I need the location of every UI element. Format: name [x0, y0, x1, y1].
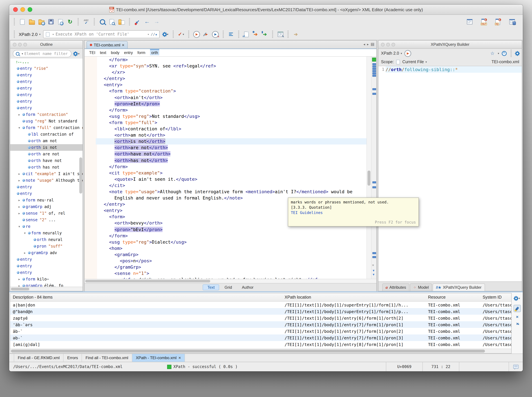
- panel-tab-xpath-xquery-builder[interactable]: //★XPath/XQuery Builder: [433, 283, 485, 291]
- element-filter-input[interactable]: ▾ Element name filter: [13, 50, 71, 57]
- change-marker-icon[interactable]: [373, 66, 376, 68]
- chevron-down-icon[interactable]: ▾: [498, 52, 499, 55]
- change-marker-icon[interactable]: [373, 88, 376, 90]
- column-header[interactable]: XPath location: [282, 295, 425, 300]
- builder-version-dropdown[interactable]: XPath 2.0▾: [381, 51, 402, 56]
- find-in-files-icon[interactable]: [109, 18, 115, 26]
- outline-item-orth[interactable]: orthare not: [10, 151, 83, 157]
- track-changes-icon[interactable]: ➔: [293, 30, 299, 38]
- outline-item-entry[interactable]: entry: [10, 184, 83, 190]
- code-lines[interactable]: 718</form>719▿<xr type="syn">SYN. see <r…: [96, 57, 367, 279]
- outline-item-orth[interactable]: orthhas not: [10, 164, 83, 171]
- status-notification-area[interactable]: [509, 362, 523, 371]
- panel-tab-attributes[interactable]: aAttributes: [382, 283, 409, 291]
- clear-markers-icon[interactable]: ×: [372, 263, 374, 267]
- mode-text[interactable]: Text: [203, 285, 219, 290]
- change-marker-icon[interactable]: [373, 252, 376, 254]
- change-marker-icon[interactable]: [373, 63, 376, 65]
- validate-icon[interactable]: ✓▾: [178, 30, 184, 38]
- scroll-thumb[interactable]: [11, 350, 485, 353]
- configure-transformation-icon[interactable]: ▶: [203, 30, 209, 38]
- tab-list-icon[interactable]: ▤: [371, 42, 374, 46]
- mode-grid[interactable]: Grid: [220, 285, 237, 290]
- outline-item-form[interactable]: ▼form"full"contraction of: [10, 124, 83, 131]
- back-icon[interactable]: ←: [144, 18, 150, 26]
- format-indent-icon[interactable]: [228, 30, 234, 38]
- editor-layout-icon[interactable]: [466, 18, 473, 26]
- results-table-header[interactable]: Description - 84 itemsXPath locationReso…: [10, 293, 511, 302]
- xpath-expression[interactable]: //orth/following-sibling::*: [385, 66, 522, 73]
- debug-xslt-icon[interactable]: XSLT: [480, 18, 487, 26]
- xpath-version-dropdown[interactable]: XPath 2.0▾: [19, 32, 40, 37]
- outline-item-orth[interactable]: orthneural: [10, 236, 83, 243]
- fold-icon[interactable]: ▿: [96, 189, 97, 195]
- breadcrumb-item-form[interactable]: form: [137, 50, 145, 55]
- scroll-thumb[interactable]: [367, 171, 370, 186]
- outline-item-gramGrp[interactable]: ▶gramGrpadj: [10, 204, 83, 210]
- result-row[interactable]: äb-`/TEI[1]/text[1]/body[1]/entry[7]/for…: [10, 328, 511, 335]
- close-tab-icon[interactable]: ×: [122, 43, 124, 47]
- find-resource-icon[interactable]: [118, 18, 125, 26]
- breadcrumb-item-body[interactable]: body: [111, 50, 119, 55]
- apply-transformation-icon[interactable]: ▶: [193, 30, 200, 38]
- next-marker-icon[interactable]: ▼: [372, 269, 375, 272]
- view-tab-find-all-ge-rkmd-xml[interactable]: Find all - GE.RKMD.xml: [14, 354, 64, 362]
- outline-header[interactable]: Outline: [10, 40, 83, 49]
- last-edit-location-icon[interactable]: ↙✱: [134, 18, 141, 26]
- fold-icon[interactable]: ▿: [96, 245, 97, 252]
- fold-icon[interactable]: ▿: [96, 63, 97, 69]
- outline-item-orth[interactable]: orthhave not: [10, 157, 83, 164]
- change-marker-icon[interactable]: [373, 256, 376, 258]
- code-line-722[interactable]: 722▿<entry>: [96, 82, 367, 88]
- forward-icon[interactable]: →: [153, 18, 160, 26]
- code-line-733[interactable]: 733<orth>have not</orth>: [96, 151, 367, 157]
- xpath-input[interactable]: ▾ Execute XPath on 'Current File' ▾ //★: [43, 30, 159, 38]
- last-marker-icon[interactable]: ▼: [372, 273, 375, 276]
- outline-item-note[interactable]: ▶note"usage"Although the: [10, 177, 83, 184]
- scope-dropdown[interactable]: Current File▾: [402, 60, 427, 64]
- editor-vscrollbar[interactable]: [367, 57, 371, 279]
- outline-item-entry[interactable]: entry: [10, 256, 83, 263]
- debug-scenario-icon[interactable]: ▶✕: [212, 30, 219, 38]
- expander-icon[interactable]: ▶: [17, 284, 21, 287]
- title-bar[interactable]: TEI-combo.xml [/Users/ttasovac/Developme…: [9, 5, 523, 15]
- outline-item-comment[interactable]: !--...: [10, 59, 83, 65]
- breadcrumb-item-orth[interactable]: orth: [150, 50, 159, 55]
- change-marker-icon[interactable]: [373, 186, 376, 188]
- result-row[interactable]: zaptyé/TEI[1]/text[1]/body[1]/entry[6]/f…: [10, 315, 511, 321]
- scroll-thumb[interactable]: [85, 280, 210, 282]
- fold-icon[interactable]: ▿: [96, 252, 97, 258]
- code-line-730[interactable]: 730<orth>am not</orth>: [96, 132, 367, 138]
- outline-item-form[interactable]: ▶formkilo−: [10, 276, 83, 282]
- column-header[interactable]: Resource: [425, 295, 480, 300]
- results-settings-icon[interactable]: ▾: [514, 294, 520, 302]
- code-line-752[interactable]: 752▿<sense n="1">: [96, 270, 367, 277]
- outline-item-sense[interactable]: ▶sense"1"of, rel: [10, 210, 83, 217]
- outline-item-form[interactable]: ▶formneu·ral: [10, 197, 83, 204]
- outline-item-entry[interactable]: entry: [10, 85, 83, 92]
- results-hscrollbar[interactable]: [10, 349, 511, 353]
- change-marker-icon[interactable]: [373, 75, 376, 77]
- tab-tei-combo[interactable]: TEI-combo.xml ×: [86, 41, 128, 48]
- code-line-726[interactable]: 726</form>: [96, 107, 367, 113]
- change-marker-icon[interactable]: [373, 70, 376, 72]
- fold-icon[interactable]: ▿: [96, 170, 97, 176]
- promote-green-icon[interactable]: ➔▮: [262, 30, 268, 38]
- save-icon[interactable]: [48, 18, 54, 26]
- expander-icon[interactable]: ▶: [23, 251, 27, 254]
- splitter[interactable]: [83, 40, 84, 291]
- expander-icon[interactable]: ▶: [17, 179, 21, 182]
- result-row[interactable]: @"band@n/TEI[1]/text[1]/body[1]/superEnt…: [10, 308, 511, 315]
- change-marker-icon[interactable]: [373, 93, 376, 95]
- outline-item-entry[interactable]: entry: [10, 78, 83, 85]
- expander-icon[interactable]: ▶: [17, 205, 21, 208]
- tab-scroll-left-icon[interactable]: ◂: [363, 42, 365, 46]
- outline-item-form[interactable]: ▶form"contraction": [10, 111, 83, 118]
- code-line-720[interactable]: 720</xr>: [96, 69, 367, 75]
- code-line-718[interactable]: 718</form>: [96, 57, 367, 63]
- code-line-735[interactable]: 735</form>: [96, 163, 367, 170]
- expander-icon[interactable]: ▶: [17, 199, 21, 202]
- result-row[interactable]: [ami(g)dal]/TEI[1]/text[1]/body[1]/entry…: [10, 341, 511, 348]
- code-line-751[interactable]: 751</gramGrp>: [96, 264, 367, 270]
- outline-item-orth[interactable]: orthis not: [10, 144, 83, 151]
